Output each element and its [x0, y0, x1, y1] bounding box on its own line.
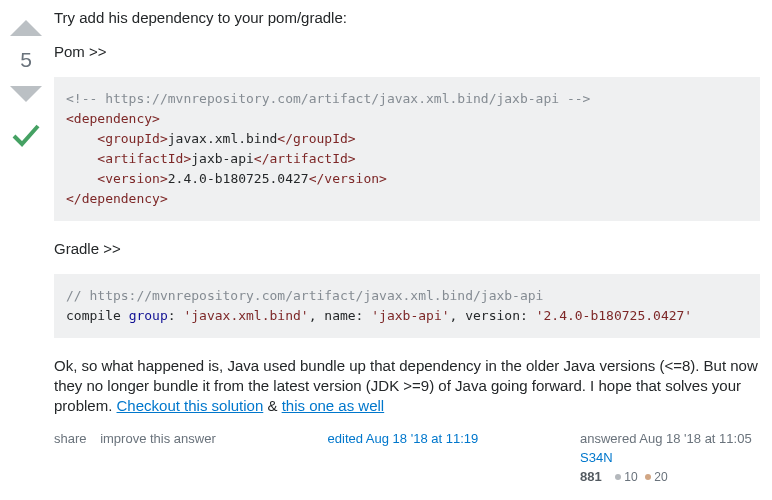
gradle-code-block: // https://mvnrepository.com/artifact/ja… — [54, 274, 760, 338]
explanation-text: Ok, so what happened is, Java used bundl… — [54, 356, 760, 417]
answer-body: Try add his dependency to your pom/gradl… — [48, 8, 760, 484]
share-link[interactable]: share — [54, 431, 87, 446]
accepted-check-icon — [8, 118, 44, 157]
vote-column: 5 — [4, 8, 48, 484]
edited-link[interactable]: edited Aug 18 '18 at 11:19 — [328, 431, 479, 446]
user-card: answered Aug 18 '18 at 11:05 S34N 881 10… — [580, 431, 760, 484]
answer-footer: share improve this answer edited Aug 18 … — [54, 431, 760, 484]
user-badges: 881 10 20 — [580, 469, 760, 484]
user-link[interactable]: S34N — [580, 450, 613, 465]
gradle-label: Gradle >> — [54, 239, 760, 259]
pom-code-block: <!-- https://mvnrepository.com/artifact/… — [54, 77, 760, 222]
downvote-button[interactable] — [8, 76, 44, 112]
reputation: 881 — [580, 469, 602, 484]
pom-label: Pom >> — [54, 42, 760, 62]
improve-link[interactable]: improve this answer — [100, 431, 216, 446]
answered-time: answered Aug 18 '18 at 11:05 — [580, 431, 760, 446]
solution-link-1[interactable]: Checkout this solution — [117, 397, 264, 414]
intro-text: Try add his dependency to your pom/gradl… — [54, 8, 760, 28]
solution-link-2[interactable]: this one as well — [282, 397, 385, 414]
upvote-button[interactable] — [8, 10, 44, 46]
bronze-badge-icon — [645, 474, 651, 480]
silver-badge-icon — [615, 474, 621, 480]
vote-count: 5 — [20, 48, 32, 72]
